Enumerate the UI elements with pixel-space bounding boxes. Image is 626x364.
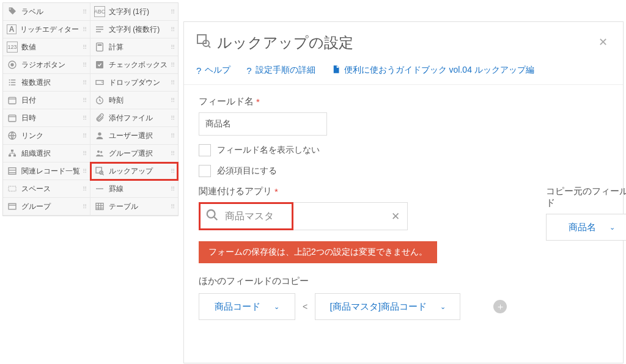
help-link[interactable]: ?ヘルプ (196, 65, 230, 76)
palette-item-label: ルックアップ (109, 166, 153, 177)
svg-rect-22 (197, 35, 206, 43)
palette-datetime[interactable]: 日時⠿ (3, 109, 90, 127)
field-palette: ラベル⠿ ABC文字列 (1行)⠿ Aリッチエディター⠿ 文字列 (複数行)⠿ … (2, 2, 179, 216)
svg-rect-20 (9, 203, 16, 209)
close-button[interactable]: ✕ (594, 33, 612, 51)
copy-dest-dropdown[interactable]: 商品コード ⌄ (199, 293, 295, 320)
grip-icon: ⠿ (83, 150, 86, 157)
tag-icon (7, 6, 18, 17)
palette-item-label: グループ選択 (109, 148, 153, 159)
palette-number[interactable]: 123数値⠿ (3, 38, 90, 56)
palette-item-label: 複数選択 (21, 78, 51, 88)
grip-icon: ⠿ (83, 26, 86, 33)
field-name-input[interactable] (199, 112, 327, 136)
palette-org-select[interactable]: 組織選択⠿ (3, 145, 90, 162)
grip-icon: ⠿ (83, 168, 86, 175)
palette-item-label: 罫線 (109, 184, 123, 194)
palette-group[interactable]: グループ⠿ (3, 198, 90, 216)
grip-icon: ⠿ (83, 186, 86, 192)
detail-link[interactable]: ?設定手順の詳細 (246, 65, 315, 76)
grip-icon: ⠿ (83, 9, 86, 15)
svg-point-10 (98, 133, 101, 136)
palette-group-select[interactable]: グループ選択⠿ (90, 145, 178, 162)
clear-button[interactable]: ✕ (384, 210, 407, 223)
palette-rich-editor[interactable]: Aリッチエディター⠿ (3, 21, 90, 38)
palette-label[interactable]: ラベル⠿ (3, 3, 90, 21)
palette-item-label: 文字列 (複数行) (109, 24, 160, 35)
lines-icon (94, 24, 105, 35)
source-field-dropdown[interactable]: 商品名 ⌄ (546, 214, 626, 241)
palette-text-single[interactable]: ABC文字列 (1行)⠿ (90, 3, 178, 21)
palette-space[interactable]: スペース⠿ (3, 180, 90, 198)
chevron-down-icon: ⌄ (609, 224, 615, 231)
question-icon: ? (196, 65, 201, 76)
related-app-label: 関連付けるアプリ* (199, 186, 507, 197)
palette-item-label: 日付 (21, 95, 36, 106)
palette-table[interactable]: テーブル⠿ (90, 198, 178, 216)
calendar-icon (7, 95, 18, 106)
question-icon: ? (246, 65, 251, 76)
palette-text-multi[interactable]: 文字列 (複数行)⠿ (90, 21, 178, 38)
palette-link[interactable]: リンク⠿ (3, 127, 90, 145)
search-icon (205, 208, 219, 225)
plus-icon: ＋ (496, 301, 505, 313)
palette-user-select[interactable]: ユーザー選択⠿ (90, 127, 178, 145)
grip-icon: ⠿ (171, 44, 174, 51)
palette-divider[interactable]: 罫線⠿ (90, 180, 178, 198)
palette-related-records[interactable]: 関連レコード一覧⠿ (3, 162, 90, 180)
close-icon: ✕ (598, 35, 608, 49)
svg-point-15 (100, 151, 102, 153)
palette-calc[interactable]: 計算⠿ (90, 38, 178, 56)
hide-label-checkbox[interactable]: フィールド名を表示しない (199, 144, 608, 156)
svg-rect-11 (11, 150, 13, 151)
checkbox-icon (94, 59, 105, 70)
svg-rect-13 (13, 155, 16, 156)
palette-time[interactable]: 時刻⠿ (90, 92, 178, 109)
add-button[interactable]: ＋ (493, 300, 507, 313)
dropdown-value: 商品名 (569, 222, 596, 233)
calculator-icon (94, 42, 105, 53)
guidebook-link[interactable]: 便利に使おうガイドブック vol.04 ルックアップ編 (331, 65, 534, 76)
grip-icon: ⠿ (171, 168, 174, 175)
palette-item-label: テーブル (109, 202, 138, 212)
required-checkbox[interactable]: 必須項目にする (199, 165, 608, 177)
radio-icon (7, 59, 18, 70)
svg-rect-12 (9, 155, 11, 156)
detail-link-label: 設定手順の詳細 (256, 65, 315, 76)
grip-icon: ⠿ (171, 26, 174, 33)
palette-attachment[interactable]: 添付ファイル⠿ (90, 109, 178, 127)
checkbox-label: フィールド名を表示しない (217, 145, 320, 156)
svg-point-24 (207, 209, 215, 217)
letter-icon: A (7, 24, 17, 34)
palette-date[interactable]: 日付⠿ (3, 92, 90, 109)
palette-lookup[interactable]: ルックアップ⠿ (90, 162, 178, 180)
palette-item-label: 組織選択 (21, 148, 51, 159)
grip-icon: ⠿ (83, 62, 86, 68)
palette-checkbox[interactable]: チェックボックス⠿ (90, 56, 178, 74)
copy-src-dropdown[interactable]: [商品マスタ]商品コード ⌄ (315, 293, 460, 320)
grip-icon: ⠿ (83, 203, 86, 210)
copy-mapping-row: 商品コード ⌄ < [商品マスタ]商品コード ⌄ ＋ (199, 293, 507, 320)
svg-rect-4 (96, 61, 103, 68)
svg-rect-6 (9, 97, 16, 104)
svg-rect-1 (98, 44, 102, 46)
grip-icon: ⠿ (171, 62, 174, 68)
palette-multiselect[interactable]: 複数選択⠿ (3, 74, 90, 92)
palette-radio[interactable]: ラジオボタン⠿ (3, 56, 90, 74)
palette-item-label: 日時 (21, 113, 36, 123)
help-link-label: ヘルプ (205, 65, 230, 76)
folder-icon (7, 201, 18, 212)
palette-item-label: ユーザー選択 (109, 131, 153, 141)
panel-body: フィールド名* フィールド名を表示しない 必須項目にする 関連付けるアプリ* 商… (184, 85, 623, 331)
dropdown-value: 商品コード (215, 301, 260, 313)
svg-point-14 (97, 150, 100, 153)
palette-dropdown[interactable]: ドロップダウン⠿ (90, 74, 178, 92)
related-app-search[interactable]: 商品マスタ ✕ (199, 202, 408, 230)
lookup-icon (196, 34, 211, 52)
paperclip-icon (94, 112, 105, 123)
related-app-value: 商品マスタ (225, 210, 384, 223)
source-field-label: コピー元のフィールド* (546, 186, 626, 209)
list-check-icon (7, 77, 18, 88)
warning-banner: フォームの保存後は、上記2つの設定は変更できません。 (199, 241, 437, 263)
palette-item-label: 関連レコード一覧 (21, 166, 80, 177)
